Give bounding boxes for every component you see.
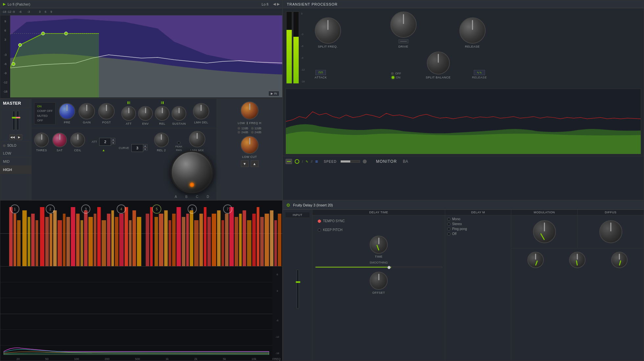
band-section: MASTER ◀◀ ▶ SOLO xyxy=(0,99,32,200)
split-freq-knob[interactable] xyxy=(315,17,341,44)
tempo-sync-radio[interactable] xyxy=(318,220,321,223)
svg-rect-44 xyxy=(182,217,185,266)
master-slider[interactable] xyxy=(12,111,15,130)
off-led[interactable] xyxy=(391,72,394,75)
master-slider-2[interactable] xyxy=(16,111,19,130)
att-down[interactable]: ▼ xyxy=(111,141,115,144)
release-shape-btn[interactable]: ∿∿ xyxy=(474,70,485,75)
lmh-mix-knob[interactable] xyxy=(189,131,205,147)
db-scale-3: 3 xyxy=(277,289,278,292)
stereo-option[interactable]: Stereo xyxy=(447,222,509,226)
prev-btn[interactable]: ◀◀ xyxy=(10,134,15,140)
piano-roll-display[interactable]: 1 2 3 4 5 6 7 xyxy=(0,201,282,266)
svg-rect-22 xyxy=(80,220,83,266)
mod-knob-indicator xyxy=(540,233,545,240)
vu-bar-right xyxy=(293,37,299,83)
on-off-indicator: ON COMP OFF MUTED OFF xyxy=(34,102,56,125)
play-in-icon[interactable]: ▶ xyxy=(271,92,273,95)
release-right-knob[interactable] xyxy=(459,17,486,44)
patcher-title: Lo fi (Patcher) xyxy=(8,2,30,6)
nav-next[interactable]: ▶ xyxy=(277,2,280,6)
curve-down[interactable]: ▼ xyxy=(143,147,148,151)
band-low-btn[interactable]: LOW xyxy=(0,149,31,158)
svg-rect-51 xyxy=(212,214,216,266)
tool-btn-4[interactable]: ≡ xyxy=(315,159,318,164)
off-option[interactable]: Off xyxy=(447,232,509,236)
eq-curves xyxy=(0,342,272,355)
tool-btn-1[interactable] xyxy=(286,159,292,164)
ping-pong-option[interactable]: Ping pong xyxy=(447,227,509,231)
rel2-knob[interactable] xyxy=(154,133,169,147)
att-up[interactable]: ▲ xyxy=(111,138,115,141)
low-cut-up[interactable]: ▲ xyxy=(251,160,259,167)
low-cut-knob[interactable] xyxy=(241,136,259,154)
peak-rms-led[interactable] xyxy=(177,141,180,144)
low-cut-down[interactable]: ▼ xyxy=(241,160,249,167)
post-knob[interactable] xyxy=(98,103,115,119)
db24-led-1[interactable] xyxy=(238,131,240,134)
db24-led-2[interactable] xyxy=(251,131,254,134)
input-fader-track[interactable] xyxy=(296,269,299,309)
off-label: OFF xyxy=(395,72,401,75)
drive-knob[interactable] xyxy=(390,11,417,38)
spectrum-analyzer: 6 3 -6 -12 -18 20 50 100 200 5 xyxy=(0,266,282,361)
db-scale-n18: -18 xyxy=(275,352,279,355)
att-value-input[interactable]: 2 xyxy=(99,138,111,146)
db-scale-n6: -6 xyxy=(276,319,278,322)
mono-option[interactable]: Mono xyxy=(447,217,509,221)
band-mid-btn[interactable]: MID xyxy=(0,158,31,166)
speed-knob[interactable] xyxy=(363,159,367,163)
sat-knob[interactable] xyxy=(52,133,67,147)
ceil-knob[interactable] xyxy=(70,133,85,147)
svg-rect-15 xyxy=(50,214,52,266)
curve-up[interactable]: ▲ xyxy=(143,144,148,147)
diffusion-knob[interactable] xyxy=(599,220,622,243)
freq-5k: 5k xyxy=(223,357,226,361)
curve-value: 3 xyxy=(136,146,138,150)
smoothing-slider-track[interactable] xyxy=(315,266,442,268)
band-high-btn[interactable]: HIGH xyxy=(0,166,31,174)
keep-pitch-radio[interactable] xyxy=(318,228,321,232)
svg-rect-26 xyxy=(97,207,101,266)
tool-btn-2[interactable] xyxy=(295,159,299,164)
stereo-mode-group: Mono Stereo Ping pong Off xyxy=(445,215,511,238)
extra-knob-1[interactable] xyxy=(527,252,544,268)
modulation-knob[interactable] xyxy=(533,220,556,243)
tempo-sync-label: TEMPO SYNC xyxy=(323,219,345,223)
extra-knob-3[interactable] xyxy=(611,252,628,268)
offset-knob[interactable] xyxy=(370,272,388,290)
att-knob[interactable] xyxy=(121,106,136,121)
pre-knob[interactable] xyxy=(59,103,75,119)
sustain-knob[interactable] xyxy=(172,106,186,121)
lmh-del-label: LMH DEL xyxy=(194,121,208,124)
split-balance-knob[interactable] xyxy=(427,52,450,74)
solo-led[interactable] xyxy=(3,144,6,147)
play-btn[interactable]: ▶ xyxy=(16,134,22,140)
nav-prev[interactable]: ◀ xyxy=(273,2,276,6)
svg-rect-38 xyxy=(154,217,158,266)
on-led[interactable] xyxy=(392,76,394,79)
rel-knob[interactable] xyxy=(155,106,170,121)
attack-shape-btn[interactable]: ⊓⊓ xyxy=(315,70,326,75)
env-knob[interactable] xyxy=(138,106,153,121)
patcher-title-bar: ▶ Lo fi (Patcher) Lo fi ◀ ▶ xyxy=(0,0,282,8)
tool-btn-3[interactable]: ✎ xyxy=(306,160,308,163)
time-knob[interactable] xyxy=(370,236,388,254)
svg-rect-28 xyxy=(107,214,110,266)
svg-rect-56 xyxy=(235,217,238,266)
lmh-del-knob[interactable] xyxy=(193,103,209,119)
db12-led-1[interactable] xyxy=(238,127,240,130)
svg-rect-48 xyxy=(199,214,203,266)
curve-value-input[interactable]: 3 xyxy=(131,144,143,152)
svg-rect-46 xyxy=(190,210,193,266)
svg-rect-24 xyxy=(88,217,93,266)
abcd-d: D xyxy=(207,195,209,199)
low-knob[interactable] xyxy=(241,101,259,119)
db12-led-2[interactable] xyxy=(251,127,254,130)
extra-knob-2[interactable] xyxy=(569,252,586,268)
svg-rect-50 xyxy=(207,217,211,266)
abcd-big-knob[interactable] xyxy=(171,151,213,193)
h-label: H xyxy=(259,121,262,125)
gain-knob[interactable] xyxy=(79,103,95,119)
thres-knob[interactable] xyxy=(34,133,49,147)
